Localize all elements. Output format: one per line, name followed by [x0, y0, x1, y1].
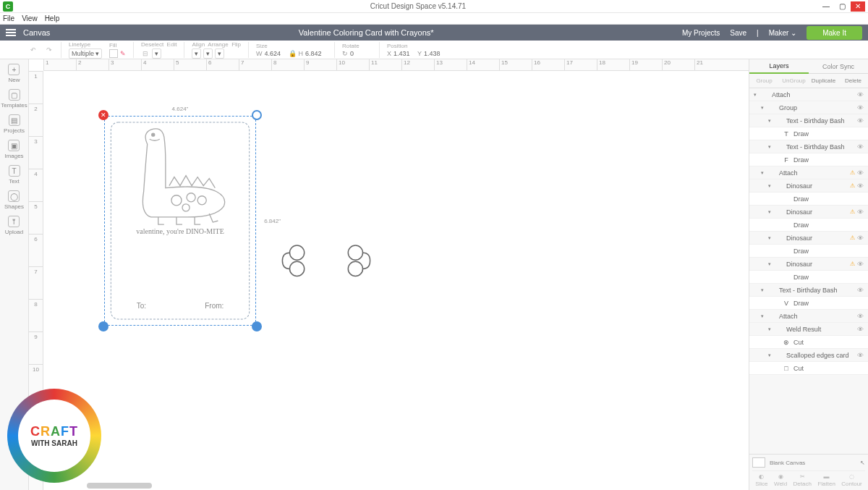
visibility-icon[interactable]: 👁 — [857, 104, 864, 111]
card-to: To: — [137, 302, 146, 310]
layer-row[interactable]: ▾Text - Birthday Bash👁 — [749, 284, 868, 297]
layer-row[interactable]: ▾Attach⚠👁 — [749, 166, 868, 179]
layer-row[interactable]: ▾Dinosaur⚠👁 — [749, 258, 868, 271]
align-select[interactable]: ▾ — [192, 48, 201, 59]
layer-row[interactable]: ▾Dinosaur⚠👁 — [749, 206, 868, 219]
maximize-button[interactable]: ▢ — [835, 1, 849, 12]
tool-contour[interactable]: ◌Contour — [841, 473, 861, 487]
layer-row[interactable]: VDraw — [749, 297, 868, 310]
menu-view[interactable]: View — [22, 14, 38, 22]
rotate-icon[interactable]: ↻ — [342, 50, 348, 57]
visibility-icon[interactable]: 👁 — [857, 261, 864, 268]
flip-select[interactable]: ▾ — [215, 48, 224, 59]
layer-row[interactable]: ▾Attach👁 — [749, 310, 868, 323]
make-it-button[interactable]: Make It — [807, 26, 862, 40]
pen-icon[interactable]: ✎ — [120, 50, 126, 57]
watermark-logo: CRAFT WITH SARAH — [7, 389, 101, 483]
rail-projects[interactable]: ▤Projects — [4, 114, 25, 134]
layer-row[interactable]: ▾Group👁 — [749, 101, 868, 114]
tool-flatten[interactable]: ▬Flatten — [817, 473, 835, 487]
tab-layers[interactable]: Layers — [749, 59, 809, 74]
arrange-select[interactable]: ▾ — [203, 48, 213, 59]
visibility-icon[interactable]: 👁 — [857, 287, 864, 294]
rail-upload[interactable]: ⤒Upload — [5, 216, 23, 235]
visibility-icon[interactable]: 👁 — [857, 143, 864, 151]
visibility-icon[interactable]: 👁 — [857, 169, 864, 177]
layer-row[interactable]: Draw — [749, 271, 868, 284]
layer-row[interactable]: ▾Weld Result👁 — [749, 323, 868, 336]
rotate-handle[interactable] — [252, 110, 262, 120]
action-ungroup[interactable]: UnGroup — [779, 74, 809, 88]
layer-row[interactable]: TDraw — [749, 127, 868, 140]
tool-weld[interactable]: ◉Weld — [774, 473, 787, 487]
minimize-button[interactable]: — — [819, 1, 833, 12]
layer-row[interactable]: ⊗Cut — [749, 336, 868, 349]
layer-row[interactable]: ▾Attach👁 — [749, 88, 868, 101]
machine-select[interactable]: Maker ⌄ — [769, 29, 797, 37]
lock-icon[interactable]: 🔒 — [289, 50, 297, 57]
visibility-icon[interactable]: 👁 — [857, 313, 864, 320]
horizontal-scrollbar[interactable] — [87, 483, 152, 489]
visibility-icon[interactable]: 👁 — [857, 326, 864, 333]
layers-panel: Layers Color Sync Group UnGroup Duplicat… — [749, 59, 868, 490]
edit-toolbar: ↶ ↷ Linetype Multiple ▾ Fill ✎ Deselect … — [0, 41, 868, 59]
canvas-swatch[interactable] — [752, 457, 765, 468]
undo-icon[interactable]: ↶ — [29, 46, 38, 54]
layer-row[interactable]: ▾Dinosaur⚠👁 — [749, 232, 868, 245]
layer-row[interactable]: Draw — [749, 219, 868, 232]
layer-row[interactable]: FDraw — [749, 153, 868, 166]
rail-images[interactable]: ▣Images — [4, 140, 23, 159]
visibility-icon[interactable]: 👁 — [857, 182, 864, 190]
rail-templates[interactable]: ▢Templates — [1, 89, 27, 109]
y-input[interactable] — [424, 50, 446, 57]
rotate-input[interactable] — [350, 50, 372, 57]
linetype-select[interactable]: Multiple ▾ — [69, 48, 102, 59]
layer-row[interactable]: ▾Text - Birthday Bash👁 — [749, 114, 868, 127]
canvas[interactable]: 123456789101112131415161718192021 123456… — [29, 59, 749, 490]
layer-row[interactable]: ▾Scalloped edges card👁 — [749, 349, 868, 362]
rail-new[interactable]: +New — [8, 64, 20, 83]
tool-slice[interactable]: ◐Slice — [755, 473, 767, 487]
rail-shapes[interactable]: ◯Shapes — [4, 190, 24, 210]
visibility-icon[interactable]: 👁 — [857, 235, 864, 242]
layer-row[interactable]: ▾Dinosaur⚠👁 — [749, 179, 868, 193]
text-icon: T — [9, 165, 20, 177]
menu-file[interactable]: File — [3, 14, 14, 22]
edit-select[interactable]: ▾ — [152, 48, 161, 59]
hamburger-icon[interactable] — [6, 29, 16, 36]
width-input[interactable] — [265, 50, 286, 57]
x-input[interactable] — [393, 50, 415, 57]
visibility-icon[interactable]: 👁 — [857, 352, 864, 359]
save-button[interactable]: Save — [730, 29, 746, 37]
logo-line2: WITH SARAH — [31, 439, 77, 447]
height-input[interactable] — [305, 50, 327, 57]
deselect-icon[interactable]: ⊟ — [141, 49, 150, 58]
visibility-icon[interactable]: 👁 — [857, 117, 864, 124]
redo-icon[interactable]: ↷ — [45, 46, 54, 54]
tab-color-sync[interactable]: Color Sync — [809, 59, 868, 74]
layer-row[interactable]: □Cut — [749, 362, 868, 375]
my-projects-button[interactable]: My Projects — [682, 29, 720, 37]
visibility-icon[interactable]: 👁 — [857, 91, 864, 98]
project-title: Valentine Coloring Card with Crayons* — [50, 28, 682, 37]
resize-handle[interactable] — [252, 321, 262, 331]
action-group[interactable]: Group — [749, 74, 779, 88]
fill-swatch[interactable] — [109, 49, 118, 58]
size-label: Size — [256, 43, 327, 49]
tool-detach[interactable]: ✂Detach — [793, 473, 812, 487]
lock-handle[interactable] — [98, 321, 109, 331]
action-delete[interactable]: Delete — [838, 74, 868, 88]
layer-row[interactable]: ▾Text - Birthday Bash👁 — [749, 140, 868, 153]
menu-help[interactable]: Help — [45, 14, 60, 22]
titlebar: C Cricut Design Space v5.14.71 — ▢ ✕ — [0, 0, 868, 13]
height-dimension: 6.842" — [264, 218, 281, 224]
visibility-icon[interactable]: 👁 — [857, 208, 864, 216]
layer-row[interactable]: Draw — [749, 193, 868, 206]
close-button[interactable]: ✕ — [851, 1, 865, 12]
layer-row[interactable]: Draw — [749, 245, 868, 258]
action-duplicate[interactable]: Duplicate — [809, 74, 838, 88]
rotate-label: Rotate — [342, 43, 372, 49]
card-from: From: — [205, 302, 224, 310]
selection-box[interactable]: 4.624" 6.842" ✕ — [104, 116, 256, 326]
rail-text[interactable]: TText — [9, 165, 20, 185]
